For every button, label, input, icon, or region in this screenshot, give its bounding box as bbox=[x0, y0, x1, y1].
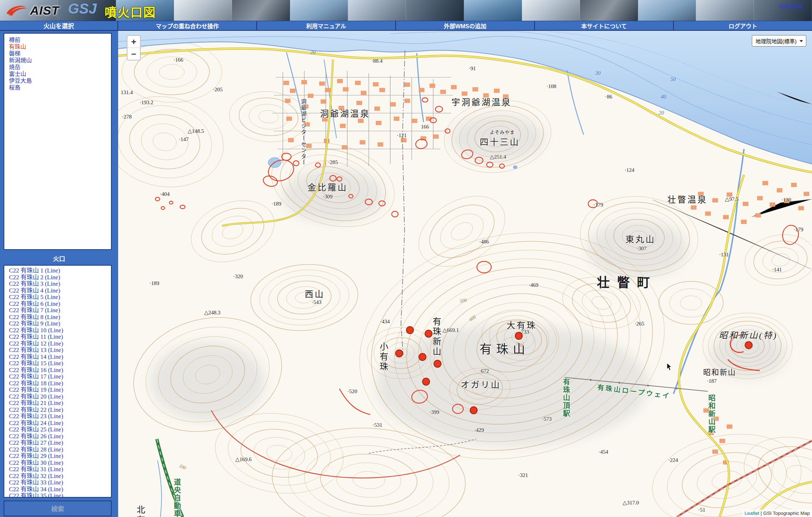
map-canvas[interactable]: 洞爺湖温泉宇洞爺湖温泉よそみやま四十三山金比羅山壮瞥温泉東丸山壮瞥町西山小有珠有… bbox=[118, 31, 812, 517]
crater-list-item[interactable]: C22 有珠山 11 (Line) bbox=[9, 334, 111, 340]
map-label: よそみやま bbox=[490, 129, 515, 135]
crater-list-item[interactable]: C22 有珠山 20 (Line) bbox=[9, 393, 111, 400]
elevation-label: △148.5 bbox=[188, 128, 204, 134]
volcano-item[interactable]: 桜島 bbox=[9, 84, 111, 91]
crater-list-item[interactable]: C22 有珠山 13 (Line) bbox=[9, 347, 111, 354]
pond-small bbox=[513, 165, 517, 169]
crater-list-item[interactable]: C22 有珠山 29 (Line) bbox=[9, 453, 111, 460]
volcano-item[interactable]: 新潟焼山 bbox=[9, 57, 111, 64]
crater-list-item[interactable]: C22 有珠山 30 (Line) bbox=[9, 460, 111, 467]
crater-list-item[interactable]: C22 有珠山 3 (Line) bbox=[9, 281, 111, 288]
volcano-item[interactable]: 焼岳 bbox=[9, 64, 111, 71]
basemap-layer-select[interactable]: 地理院地図(標準) bbox=[752, 35, 806, 47]
crater-list-item[interactable]: C22 有珠山 34 (Line) bbox=[9, 486, 111, 493]
zoom-out-button[interactable]: − bbox=[127, 48, 140, 60]
crater-list-item[interactable]: C22 有珠山 33 (Line) bbox=[9, 479, 111, 486]
crater-list-item[interactable]: C22 有珠山 26 (Line) bbox=[9, 433, 111, 440]
crater-list-item[interactable]: C22 有珠山 7 (Line) bbox=[9, 307, 111, 314]
crater-list-item[interactable]: C22 有珠山 32 (Line) bbox=[9, 473, 111, 480]
nav-tab-1[interactable]: マップの重ね合わせ操作 bbox=[118, 21, 257, 30]
elevation-label: △317.0 bbox=[623, 499, 639, 506]
crater-marker[interactable] bbox=[515, 332, 523, 340]
crater-list-item[interactable]: C22 有珠山 9 (Line) bbox=[9, 320, 111, 327]
map-label: 小有珠 bbox=[377, 342, 390, 372]
user-account-link[interactable]: gsjhazards bbox=[779, 3, 803, 9]
nav-tab-5[interactable]: ログアウト bbox=[674, 21, 812, 30]
photo-thumbnail bbox=[464, 0, 522, 21]
search-button[interactable]: 検索 bbox=[4, 501, 112, 516]
photo-thumbnail bbox=[174, 0, 232, 21]
crater-list-item[interactable]: C22 有珠山 22 (Line) bbox=[9, 407, 111, 414]
nav-tab-3[interactable]: 外部WMSの追加 bbox=[396, 21, 535, 30]
photo-thumbnail bbox=[348, 0, 406, 21]
elevation-label: ·130 bbox=[781, 197, 791, 203]
elevation-label: △251.4 bbox=[490, 154, 506, 160]
crater-list-item[interactable]: C22 有珠山 8 (Line) bbox=[9, 314, 111, 321]
crater-marker[interactable] bbox=[434, 360, 441, 368]
crater-list-item[interactable]: C22 有珠山 24 (Line) bbox=[9, 420, 111, 427]
depth-label: 30 bbox=[595, 70, 601, 76]
crater-list-item[interactable]: C22 有珠山 19 (Line) bbox=[9, 387, 111, 393]
zoom-in-button[interactable]: + bbox=[127, 36, 140, 48]
crater-marker[interactable] bbox=[419, 353, 426, 361]
depth-label: 20 bbox=[659, 110, 664, 116]
crater-list[interactable]: C22 有珠山 1 (Line)C22 有珠山 2 (Line)C22 有珠山 … bbox=[4, 265, 112, 498]
crater-marker[interactable] bbox=[425, 330, 432, 338]
crater-list-item[interactable]: C22 有珠山 17 (Line) bbox=[9, 373, 111, 380]
elevation-label: ·51 bbox=[698, 507, 705, 513]
crater-list-item[interactable]: C22 有珠山 18 (Line) bbox=[9, 380, 111, 387]
elevation-label: ·86 bbox=[605, 94, 612, 100]
crater-marker[interactable] bbox=[470, 406, 478, 414]
leaflet-link[interactable]: Leaflet bbox=[745, 511, 759, 516]
nav-tab-4[interactable]: 本サイトについて bbox=[535, 21, 674, 30]
crater-marker[interactable] bbox=[422, 378, 430, 386]
map-label: 東丸山 bbox=[625, 232, 656, 245]
crater-list-item[interactable]: C22 有珠山 27 (Line) bbox=[9, 440, 111, 446]
elevation-label: ·486 bbox=[479, 239, 489, 245]
crater-marker[interactable] bbox=[406, 326, 414, 334]
elevation-label: ·265 bbox=[634, 321, 644, 327]
crater-list-item[interactable]: C22 有珠山 4 (Line) bbox=[9, 288, 111, 294]
gsj-logo[interactable]: GSJ bbox=[68, 1, 97, 17]
crater-list-item[interactable]: C22 有珠山 2 (Line) bbox=[9, 274, 111, 281]
crater-list-item[interactable]: C22 有珠山 28 (Line) bbox=[9, 446, 111, 453]
volcano-item[interactable]: 有珠山 bbox=[9, 43, 111, 50]
photo-thumbnail bbox=[290, 0, 348, 21]
crater-marker[interactable] bbox=[745, 341, 753, 349]
map-label: 道央自動車道 bbox=[172, 478, 182, 517]
volcano-item[interactable]: 伊豆大島 bbox=[9, 77, 111, 84]
crater-list-item[interactable]: C22 有珠山 16 (Line) bbox=[9, 367, 111, 374]
elevation-label: ·205 bbox=[213, 87, 223, 93]
elevation-label: ·321 bbox=[518, 472, 528, 478]
crater-list-item[interactable]: C22 有珠山 35 (Line) bbox=[9, 493, 111, 498]
elevation-label: △248.3 bbox=[204, 309, 220, 316]
crater-list-item[interactable]: C22 有珠山 14 (Line) bbox=[9, 354, 111, 361]
crater-list-item[interactable]: C22 有珠山 6 (Line) bbox=[9, 301, 111, 308]
map-label: 宇洞爺湖温泉 bbox=[451, 95, 512, 108]
photo-thumbnail bbox=[522, 0, 580, 21]
crater-list-item[interactable]: C22 有珠山 21 (Line) bbox=[9, 400, 111, 407]
crater-list-item[interactable]: C22 有珠山 12 (Line) bbox=[9, 340, 111, 347]
crater-list-item[interactable]: C22 有珠山 15 (Line) bbox=[9, 360, 111, 367]
crater-list-item[interactable]: C22 有珠山 1 (Line) bbox=[9, 267, 111, 274]
elevation-label: ·520 bbox=[347, 388, 357, 395]
volcano-item[interactable]: 富士山 bbox=[9, 71, 111, 77]
crater-list-item[interactable]: C22 有珠山 25 (Line) bbox=[9, 426, 111, 433]
elevation-label: △97.5 bbox=[725, 196, 739, 202]
elevation-label: ·404 bbox=[160, 191, 170, 197]
depth-label: 20 bbox=[310, 49, 316, 55]
crater-list-item[interactable]: C22 有珠山 10 (Line) bbox=[9, 327, 111, 334]
crater-list-item[interactable]: C22 有珠山 23 (Line) bbox=[9, 413, 111, 420]
volcano-item[interactable]: 樽前 bbox=[9, 37, 111, 43]
aist-logo[interactable]: AIST bbox=[5, 2, 59, 19]
map-label: 壮瞥温泉 bbox=[667, 193, 707, 205]
photo-thumbnail bbox=[696, 0, 754, 21]
crater-marker[interactable] bbox=[395, 349, 403, 357]
crater-list-item[interactable]: C22 有珠山 31 (Line) bbox=[9, 466, 111, 473]
nav-tab-2[interactable]: 利用マニュアル bbox=[257, 21, 396, 30]
volcano-item[interactable]: 磐梯 bbox=[9, 50, 111, 57]
map-label: 西山 bbox=[305, 287, 325, 300]
crater-list-item[interactable]: C22 有珠山 5 (Line) bbox=[9, 294, 111, 301]
elevation-label: ·429 bbox=[474, 427, 484, 433]
elevation-label: ·179 bbox=[793, 227, 803, 233]
